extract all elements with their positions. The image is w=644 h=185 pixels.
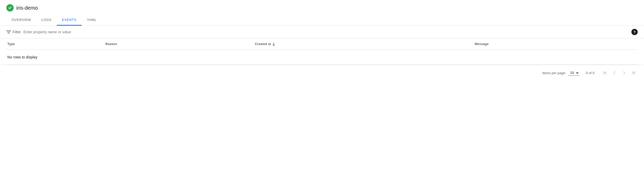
pagination-buttons bbox=[601, 69, 638, 77]
sort-icon bbox=[272, 42, 275, 46]
prev-page-button[interactable] bbox=[610, 69, 619, 77]
items-per-page-control: Items per page: 5 10 25 50 bbox=[542, 70, 579, 76]
tab-overview[interactable]: OVERVIEW bbox=[6, 15, 36, 26]
col-header-type: Type bbox=[6, 39, 102, 50]
col-header-reason: Reason bbox=[102, 39, 252, 50]
next-page-button[interactable] bbox=[620, 69, 628, 77]
items-per-page-select[interactable]: 5 10 25 50 bbox=[568, 70, 579, 76]
events-table-wrap: Type Reason Created at bbox=[0, 39, 644, 65]
filter-bar: Filter ? bbox=[0, 26, 644, 39]
filter-input[interactable] bbox=[23, 30, 629, 34]
no-rows-row: No rows to display bbox=[6, 50, 638, 65]
tabs-bar: OVERVIEW LOGS EVENTS YAML bbox=[0, 15, 644, 26]
pagination-bar: Items per page: 5 10 25 50 0 of 0 bbox=[0, 65, 644, 81]
events-table: Type Reason Created at bbox=[6, 39, 638, 65]
help-icon[interactable]: ? bbox=[631, 29, 638, 35]
tab-logs[interactable]: LOGS bbox=[36, 15, 57, 26]
col-header-message: Message bbox=[472, 39, 638, 50]
no-rows-message: No rows to display bbox=[6, 50, 638, 65]
first-page-button[interactable] bbox=[601, 69, 609, 77]
page-title: iris-demo bbox=[16, 5, 38, 11]
tab-yaml[interactable]: YAML bbox=[82, 15, 102, 26]
items-per-page-label: Items per page: bbox=[542, 71, 566, 75]
status-icon bbox=[6, 4, 14, 12]
tab-events[interactable]: EVENTS bbox=[57, 15, 82, 26]
filter-label-wrap: Filter bbox=[6, 30, 21, 34]
app-header: iris-demo bbox=[0, 0, 644, 15]
filter-icon bbox=[6, 30, 11, 34]
filter-label: Filter bbox=[13, 30, 21, 34]
table-header-row: Type Reason Created at bbox=[6, 39, 638, 50]
col-header-created-at[interactable]: Created at bbox=[252, 39, 471, 50]
last-page-button[interactable] bbox=[629, 69, 638, 77]
page-count: 0 of 0 bbox=[584, 71, 597, 75]
